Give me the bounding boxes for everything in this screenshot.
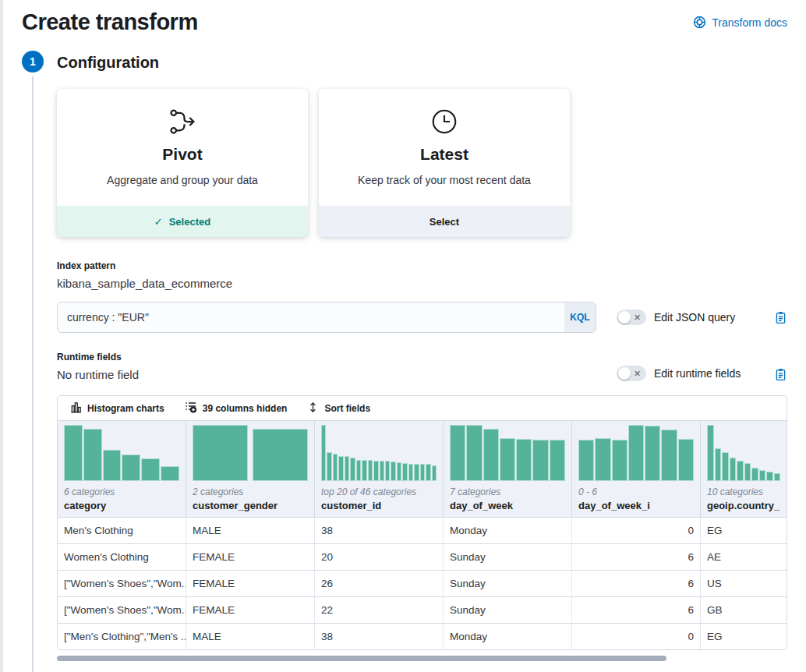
column-header-customer_gender[interactable]: 2 categoriescustomer_gender (186, 421, 315, 517)
switch-off-x-icon: ✕ (634, 370, 641, 378)
index-pattern-section: Index pattern kibana_sample_data_ecommer… (57, 260, 787, 290)
column-name: day_of_week_i (578, 500, 694, 511)
index-pattern-value: kibana_sample_data_ecommerce (57, 277, 787, 290)
table-cell[interactable]: GB (701, 597, 787, 623)
column-histogram (450, 425, 565, 481)
histogram-bar (380, 461, 384, 481)
table-cell[interactable]: Men's Clothing (58, 518, 186, 543)
histogram-bar (362, 460, 366, 481)
page-title: Create transform (22, 9, 198, 35)
table-cell[interactable]: 6 (572, 544, 701, 570)
pivot-selected-footer[interactable]: ✓ Selected (57, 206, 308, 237)
table-cell[interactable]: AE (701, 544, 787, 570)
histogram-bar (707, 425, 714, 481)
table-cell[interactable]: Sunday (444, 571, 572, 596)
histogram-bar (161, 466, 179, 481)
copy-runtime-fields-button[interactable] (774, 368, 787, 381)
column-caption: top 20 of 46 categories (321, 486, 437, 497)
grid-header: 6 categoriescategory2 categoriescustomer… (58, 421, 787, 517)
table-cell[interactable]: 22 (315, 597, 444, 623)
table-cell[interactable]: Women's Clothing (58, 544, 186, 570)
edit-runtime-fields-label: Edit runtime fields (654, 367, 741, 380)
histogram-bar (751, 468, 758, 481)
histogram-bar (628, 425, 644, 481)
table-cell[interactable]: 0 (572, 518, 701, 543)
histogram-bar (483, 429, 499, 481)
latest-card[interactable]: Latest Keep track of your most recent da… (319, 89, 570, 237)
table-cell[interactable]: 38 (315, 518, 444, 543)
table-cell[interactable]: 26 (315, 571, 444, 596)
runtime-fields-value: No runtime field (57, 368, 596, 381)
column-header-customer_id[interactable]: top 20 of 46 categoriescustomer_id (315, 421, 444, 517)
columns-list-icon (185, 401, 197, 416)
table-cell[interactable]: ["Men's Clothing","Men's ... (58, 624, 186, 649)
search-query-input[interactable]: currency : "EUR" (58, 302, 564, 332)
table-cell[interactable]: ["Women's Shoes","Wom... (58, 597, 186, 623)
column-header-category[interactable]: 6 categoriescategory (58, 421, 186, 517)
sort-fields-button[interactable]: Sort fields (301, 401, 376, 416)
histogram-bar (327, 452, 331, 481)
latest-footer-label: Select (430, 216, 459, 228)
edit-json-query-switch[interactable]: ✕ (617, 309, 646, 325)
table-cell[interactable]: ["Women's Shoes","Wom... (58, 571, 186, 596)
table-cell[interactable]: 20 (315, 544, 444, 570)
column-histogram (64, 425, 179, 481)
runtime-fields-section: Runtime fields No runtime field ✕ Edit r… (57, 352, 787, 381)
column-header-day_of_week[interactable]: 7 categoriesday_of_week (444, 421, 572, 517)
histogram-bar (253, 429, 308, 481)
table-cell[interactable]: FEMALE (186, 571, 315, 596)
edit-runtime-fields-switch[interactable]: ✕ (617, 366, 646, 381)
table-cell[interactable]: 38 (315, 624, 444, 649)
table-cell[interactable]: EG (701, 624, 787, 649)
table-cell[interactable]: FEMALE (186, 597, 315, 623)
pivot-card-title: Pivot (162, 145, 202, 164)
table-cell[interactable]: Monday (444, 624, 572, 649)
histogram-bar (722, 452, 729, 481)
column-header-day_of_week_i[interactable]: 0 - 6day_of_week_i (572, 421, 701, 517)
query-bar: currency : "EUR" KQL (57, 302, 596, 333)
latest-select-footer[interactable]: Select (319, 206, 570, 237)
table-cell[interactable]: MALE (186, 518, 315, 543)
column-caption: 7 categories (450, 486, 565, 497)
latest-card-top: Latest Keep track of your most recent da… (319, 89, 570, 206)
runtime-fields-info: Runtime fields No runtime field (57, 352, 596, 381)
table-cell[interactable]: 6 (572, 571, 701, 596)
columns-hidden-button[interactable]: 39 columns hidden (179, 401, 294, 416)
clock-icon (430, 106, 459, 137)
histogram-bar (744, 463, 751, 481)
kql-language-button[interactable]: KQL (564, 302, 596, 332)
pivot-card[interactable]: Pivot Aggregate and group your data ✓ Se… (57, 89, 308, 237)
table-cell[interactable]: Monday (444, 518, 572, 543)
histogram-charts-label: Histogram charts (87, 403, 164, 414)
table-cell[interactable]: US (701, 571, 787, 596)
column-histogram (193, 425, 308, 481)
histogram-charts-button[interactable]: Histogram charts (64, 401, 171, 416)
histogram-bar (550, 440, 565, 481)
table-cell[interactable]: EG (701, 518, 787, 543)
edit-json-query-label: Edit JSON query (654, 311, 735, 324)
column-caption: 2 categories (193, 486, 308, 497)
column-caption: 0 - 6 (578, 486, 694, 497)
histogram-bar (345, 456, 349, 481)
column-name: customer_id (321, 500, 437, 511)
histogram-bar (103, 450, 122, 481)
column-header-geoip.country_iso_[interactable]: 10 categoriesgeoip.country_iso_ (701, 421, 787, 517)
step-body: Configuration Pivot Aggr (57, 51, 787, 672)
histogram-bar (432, 465, 437, 481)
table-cell[interactable]: MALE (186, 624, 315, 649)
latest-card-title: Latest (420, 145, 468, 164)
table-cell[interactable]: Sunday (444, 597, 572, 623)
histogram-bar (595, 438, 610, 481)
table-cell[interactable]: 0 (572, 624, 701, 649)
histogram-bar (500, 438, 515, 481)
pivot-card-description: Aggregate and group your data (107, 174, 258, 186)
table-cell[interactable]: Sunday (444, 544, 572, 570)
transform-docs-link[interactable]: Transform docs (693, 16, 787, 29)
horizontal-scrollbar-thumb[interactable] (57, 656, 666, 661)
table-cell[interactable]: 6 (572, 597, 701, 623)
copy-json-query-button[interactable] (774, 311, 787, 324)
table-cell[interactable]: FEMALE (186, 544, 315, 570)
histogram-bar (678, 439, 694, 481)
column-caption: 6 categories (64, 486, 179, 497)
step-connector-line (32, 76, 34, 672)
